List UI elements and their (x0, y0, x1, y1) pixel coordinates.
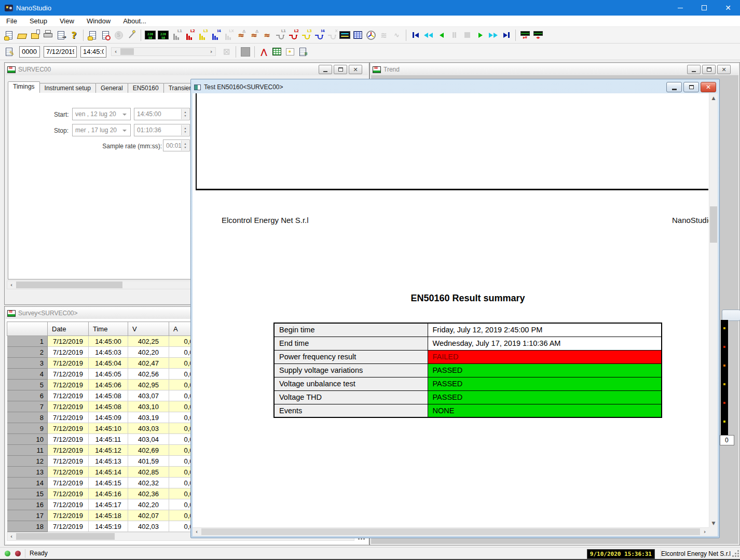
tab-en50160[interactable]: EN50160 (128, 83, 164, 93)
menu-view[interactable]: View (53, 16, 80, 26)
report-hscrollbar-thumb[interactable] (201, 528, 700, 535)
report-scroll-left-icon[interactable]: ‹ (193, 528, 201, 536)
row-number[interactable]: 17 (7, 510, 48, 521)
scroll-left-icon[interactable]: ‹ (112, 48, 120, 55)
record-time-field[interactable] (80, 46, 106, 58)
row-number[interactable]: 12 (7, 456, 48, 467)
minimize-button[interactable] (668, 0, 692, 16)
start-date-combo[interactable]: ven , 12 lug 20 (72, 108, 131, 120)
histogram-l3-icon[interactable]: L3 (196, 29, 209, 41)
window-resize-grip[interactable] (732, 550, 739, 557)
survec-scroll-left-icon[interactable]: ‹ (7, 281, 16, 289)
column-header-time[interactable]: Time (89, 322, 128, 336)
row-number[interactable]: 2 (7, 347, 48, 358)
report-scroll-up-icon[interactable]: ▲ (709, 93, 718, 102)
start-time-field[interactable]: 14:45:00 ▲▼ (134, 108, 190, 120)
row-number[interactable]: 16 (7, 499, 48, 510)
nominal-values-2-icon[interactable]: 220 50 (157, 29, 170, 41)
go-to-start-icon[interactable] (409, 29, 422, 41)
data-table-icon[interactable] (270, 45, 283, 58)
export-document-icon[interactable]: → (54, 29, 67, 41)
help-icon[interactable]: ? (67, 29, 80, 41)
test-restore-button[interactable] (683, 82, 699, 92)
waveform-delta-1-icon[interactable]: ≈△ (235, 29, 248, 41)
report-scroll-right-icon[interactable]: › (701, 528, 709, 536)
menu-window[interactable]: Window (80, 16, 117, 26)
report-scroll-down-icon[interactable]: ▼ (709, 519, 718, 527)
survec-maximize-button[interactable] (334, 65, 347, 74)
start-time-spinner[interactable]: ▲▼ (181, 109, 189, 119)
fast-forward-icon[interactable] (487, 29, 500, 41)
survec-titlebar[interactable]: SURVEC00 ✕ (6, 64, 368, 75)
row-number[interactable]: 3 (7, 358, 48, 369)
trend-minimize-button[interactable] (687, 65, 701, 74)
record-scrollbar-thumb[interactable] (120, 48, 134, 55)
stop-time-spinner[interactable]: ▲▼ (181, 125, 189, 135)
color-swatch-button[interactable] (239, 45, 252, 58)
survey-scrollbar-thumb[interactable] (16, 533, 115, 540)
tab-instrumentsetup[interactable]: Instrument setup (39, 83, 96, 93)
test-minimize-button[interactable] (666, 82, 682, 92)
tab-timings[interactable]: Timings (8, 81, 40, 93)
dip-l3-icon[interactable]: L3 (299, 29, 312, 41)
row-number[interactable]: 7 (7, 401, 48, 412)
sample-rate-field[interactable]: 00:01 ▲▼ (163, 139, 190, 151)
histogram-l1-icon[interactable]: L1 (170, 29, 183, 41)
peak-analysis-icon[interactable]: ⋀ (257, 45, 270, 58)
test-close-button[interactable]: ✕ (701, 82, 716, 92)
menu-setup[interactable]: Setup (23, 16, 53, 26)
report-vscrollbar-thumb[interactable] (710, 206, 717, 243)
test-en50160-window[interactable]: Test EN50160<SURVEC00> ✕ Elcontrol Energ… (190, 79, 720, 538)
new-report-icon[interactable] (3, 29, 16, 41)
trend-titlebar[interactable]: Trend ✕ (371, 64, 738, 75)
record-scrollbar[interactable]: ‹ › (111, 47, 216, 56)
column-header-v[interactable]: V (128, 322, 169, 336)
waveform-delta-2-icon[interactable]: ≈△ (248, 29, 261, 41)
menu-file[interactable]: File (0, 16, 23, 26)
events-icon[interactable]: ✶ (283, 45, 296, 58)
test-titlebar[interactable]: Test EN50160<SURVEC00> ✕ (193, 81, 718, 93)
row-number[interactable]: 8 (7, 412, 48, 423)
row-number[interactable]: 13 (7, 467, 48, 478)
row-number[interactable]: 15 (7, 488, 48, 499)
close-button[interactable]: ✕ (716, 0, 740, 16)
column-header-blank[interactable] (7, 322, 48, 336)
fast-rewind-icon[interactable] (422, 29, 435, 41)
probe-setup-icon[interactable] (125, 29, 138, 41)
trend-maximize-button[interactable] (702, 65, 716, 74)
report-horizontal-scrollbar[interactable]: ‹ › (193, 527, 709, 536)
summary-report-icon[interactable]: ≡ (296, 45, 309, 58)
tab-general[interactable]: General (95, 83, 128, 93)
row-number[interactable]: 10 (7, 434, 48, 445)
go-to-end-icon[interactable] (500, 29, 513, 41)
dip-i4-icon[interactable]: I4 (312, 29, 325, 41)
play-icon[interactable] (474, 29, 487, 41)
oscilloscope-icon[interactable] (338, 29, 351, 41)
stop-time-field[interactable]: 01:10:36 ▲▼ (134, 124, 190, 136)
survey-report-icon[interactable] (86, 29, 99, 41)
survec-close-button[interactable]: ✕ (349, 65, 362, 74)
dip-l1-icon[interactable]: L1 (273, 29, 286, 41)
maximize-button[interactable] (692, 0, 716, 16)
survec-minimize-button[interactable] (319, 65, 332, 74)
report-vertical-scrollbar[interactable]: ▲ ▼ (709, 93, 718, 527)
nominal-values-1-icon[interactable]: 220 50 (144, 29, 157, 41)
row-number[interactable]: 11 (7, 445, 48, 456)
survec-scrollbar-thumb[interactable] (16, 282, 122, 288)
edit-note-icon[interactable]: ✎ (3, 45, 16, 58)
expand-timeline-icon[interactable]: ◂▸ (531, 29, 544, 41)
scheduled-survey-icon[interactable] (99, 29, 112, 41)
open-file-icon[interactable] (16, 29, 29, 41)
row-number[interactable]: 18 (7, 521, 48, 532)
trend-close-button[interactable]: ✕ (717, 65, 731, 74)
data-grid-icon[interactable] (351, 29, 364, 41)
row-number[interactable]: 5 (7, 380, 48, 390)
compress-timeline-icon[interactable]: ▸▾ (518, 29, 531, 41)
close-file-icon[interactable] (29, 29, 42, 41)
waveform-3-icon[interactable]: ≈ (261, 29, 273, 41)
print-icon[interactable] (42, 29, 54, 41)
row-number[interactable]: 1 (7, 336, 48, 347)
menu-about[interactable]: About... (117, 16, 153, 26)
row-number[interactable]: 14 (7, 478, 48, 488)
survey-scroll-left-icon[interactable]: ‹ (7, 533, 16, 540)
